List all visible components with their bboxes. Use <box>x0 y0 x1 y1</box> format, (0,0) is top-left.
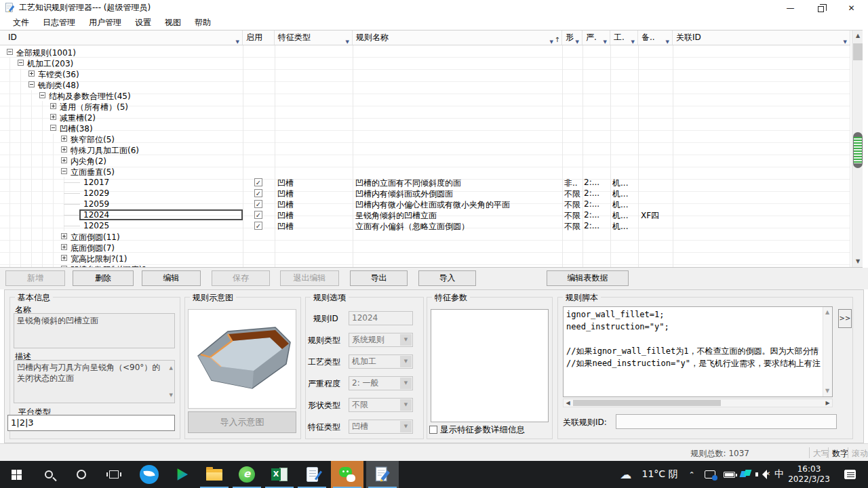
desc-field[interactable]: 凹槽内有与刀具方向呈锐角（<90°）的关闭状态的立面 ▲ ▼ <box>14 360 175 403</box>
toolbar-button-4[interactable]: 退出编辑 <box>280 270 339 286</box>
filter-icon[interactable]: ▼ <box>576 35 579 45</box>
show-params-checkbox[interactable] <box>429 426 437 434</box>
tree-node-row[interactable]: 铣削类(48) <box>0 79 850 90</box>
expand-icon[interactable] <box>61 157 67 163</box>
cortana-button[interactable] <box>65 461 98 488</box>
script-scroll-left-icon[interactable]: ◀ <box>564 399 572 407</box>
tree-node-row[interactable]: 立面倒圆(11) <box>0 231 850 242</box>
expand-icon[interactable] <box>61 244 67 250</box>
filter-icon[interactable]: ▼ <box>631 35 635 45</box>
start-button[interactable] <box>0 461 33 488</box>
menu-item-3[interactable]: 设置 <box>128 16 158 30</box>
tree-node-row[interactable]: 宽高比限制?(1) <box>0 253 850 264</box>
hscroll-thumb[interactable] <box>573 400 721 406</box>
green-scroll-indicator[interactable] <box>853 132 863 168</box>
task-view-button[interactable] <box>98 461 130 488</box>
collapse-icon[interactable] <box>28 81 35 87</box>
expand-icon[interactable] <box>28 70 35 77</box>
script-scroll-down-icon[interactable]: ▼ <box>823 386 832 396</box>
toolbar-button-3[interactable]: 保存 <box>212 270 270 286</box>
column-header-7[interactable]: 备..▼ <box>638 30 673 45</box>
tree-node-row[interactable]: 底面倒圆(7) <box>0 242 850 253</box>
collapse-icon[interactable] <box>7 49 13 55</box>
feishu-icon[interactable] <box>738 461 754 488</box>
collapse-icon[interactable] <box>61 168 67 174</box>
scroll-up-icon[interactable]: ▲ <box>852 30 863 41</box>
table-vscrollbar[interactable]: ▲ ▼ <box>852 30 863 267</box>
table-row[interactable]: 12029✓凹槽凹槽内有倾斜面或外倒圆面不限2:...机... <box>0 188 850 199</box>
taskbar-item-tencent-video[interactable] <box>165 461 198 488</box>
tree-node-row[interactable]: 通用（所有槽）(5) <box>0 101 850 112</box>
tree-node-row[interactable]: 全部规则(1001) <box>0 47 850 58</box>
filter-icon[interactable]: ▼ <box>236 35 239 45</box>
weather-text[interactable]: 11°C 阴 <box>637 461 682 488</box>
expand-icon[interactable] <box>50 114 56 120</box>
tree-node-row[interactable]: 立面垂直(5) <box>0 166 850 177</box>
table-row[interactable]: 12017✓凹槽凹槽的立面有不同倾斜度的面非..2:...机... <box>0 177 850 188</box>
script-scroll-up-icon[interactable]: ▲ <box>823 307 832 318</box>
tree-node-row[interactable]: 机加工(203) <box>0 58 850 68</box>
taskbar-item-notepad[interactable] <box>296 461 328 488</box>
menu-item-5[interactable]: 帮助 <box>188 16 218 30</box>
platform-input[interactable]: 1|2|3 <box>7 415 175 431</box>
table-row[interactable]: 12025✓凹槽立面有小偏斜（忽略立面倒圆）不限2:...机... <box>0 220 850 231</box>
tree-node-row[interactable]: 内尖角(2) <box>0 155 850 166</box>
taskbar-item-file-explorer[interactable] <box>198 461 231 488</box>
collapse-icon[interactable] <box>50 125 56 131</box>
taskbar-item-wechat[interactable] <box>331 461 363 488</box>
taskbar-item-green-browser[interactable]: e <box>231 461 263 488</box>
script-scroll-right-icon[interactable]: ▶ <box>823 399 832 407</box>
script-hscrollbar[interactable]: ◀ ▶ <box>563 399 833 407</box>
volume-muted-icon[interactable]: ✕ <box>754 461 772 488</box>
column-header-3[interactable]: 规则名称▼↑ <box>353 30 562 45</box>
toolbar-button-2[interactable]: 编辑 <box>142 270 201 286</box>
related-rule-input[interactable] <box>616 414 837 429</box>
toolbar-button-7[interactable]: 编辑表数据 <box>547 270 629 286</box>
toolbar-button-1[interactable]: 删除 <box>73 270 134 286</box>
menu-item-0[interactable]: 文件 <box>6 16 36 30</box>
tree-node-row[interactable]: 车镗类(36) <box>0 68 850 79</box>
name-field[interactable]: 呈锐角倾斜的凹槽立面 <box>14 313 175 348</box>
restore-button[interactable] <box>806 0 836 16</box>
column-header-4[interactable]: 形▼ <box>562 30 583 45</box>
expand-icon[interactable] <box>61 146 67 152</box>
filter-icon[interactable]: ▼ <box>604 35 607 45</box>
toolbar-button-0[interactable]: 新增 <box>5 270 65 286</box>
column-header-1[interactable]: 启用 <box>243 30 275 45</box>
tree-node-row[interactable]: 结构及参数合理性(45) <box>0 90 850 101</box>
menu-item-1[interactable]: 日志管理 <box>36 16 82 30</box>
expand-icon[interactable] <box>61 136 67 142</box>
column-header-2[interactable]: 特征类型▼ <box>275 30 353 45</box>
tree-node-row[interactable]: 狭窄部位(5) <box>0 134 850 144</box>
enabled-checkbox[interactable]: ✓ <box>254 178 262 186</box>
script-editor[interactable]: ignor_wall_fillet=1; need_instruction="y… <box>563 306 833 397</box>
toolbar-button-5[interactable]: 导出 <box>350 270 408 286</box>
filter-icon[interactable]: ▼ <box>844 35 847 45</box>
desc-scroll-down-icon[interactable]: ▼ <box>170 390 173 401</box>
notification-center-icon[interactable] <box>840 461 860 488</box>
option-select-1[interactable]: 系统规则▼ <box>349 333 413 347</box>
expand-script-button[interactable]: >> <box>838 309 852 328</box>
minimize-button[interactable]: — <box>775 0 806 16</box>
vscroll-thumb[interactable] <box>853 43 863 60</box>
option-select-4[interactable]: 不限▼ <box>349 398 413 412</box>
filter-icon[interactable]: ▼ <box>666 35 669 45</box>
tree-node-row[interactable]: 凹槽参数限制(深度)? <box>0 264 850 267</box>
desc-scroll-up-icon[interactable]: ▲ <box>170 363 173 373</box>
scroll-down-icon[interactable]: ▼ <box>852 256 863 267</box>
column-header-8[interactable]: 关联ID▼ <box>673 30 850 45</box>
enabled-checkbox[interactable]: ✓ <box>254 200 262 208</box>
battery-icon[interactable] <box>720 461 738 488</box>
collapse-icon[interactable] <box>39 92 45 98</box>
filter-icon[interactable]: ▼ <box>550 35 553 45</box>
feature-params-list[interactable] <box>431 309 549 422</box>
toolbar-button-6[interactable]: 导入 <box>418 270 476 286</box>
filter-icon[interactable]: ▼ <box>346 35 349 45</box>
expand-icon[interactable] <box>61 233 67 239</box>
search-button[interactable] <box>33 461 65 488</box>
tray-expand-chevron[interactable]: ⌃ <box>684 461 700 488</box>
close-button[interactable]: ✕ <box>836 0 867 16</box>
script-vscrollbar[interactable]: ▲ ▼ <box>823 307 832 396</box>
display-sync-icon[interactable] <box>701 461 719 488</box>
column-header-5[interactable]: 严.▼ <box>583 30 610 45</box>
